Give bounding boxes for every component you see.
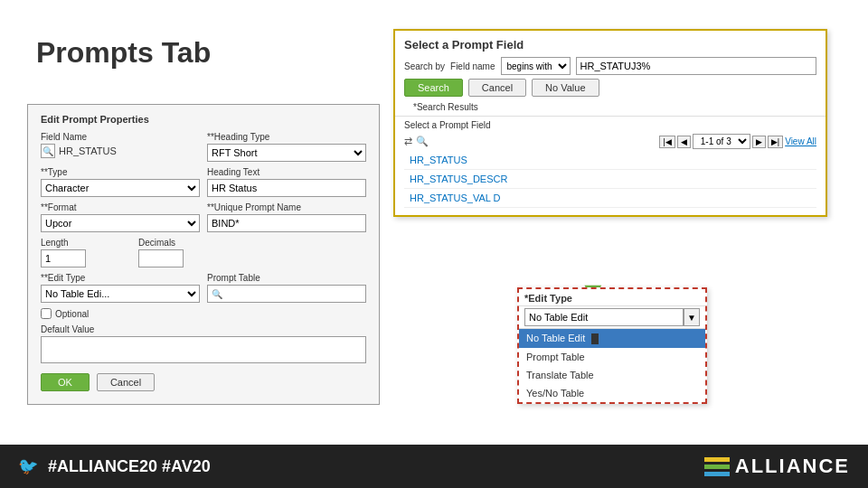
panel-button-row: OK Cancel: [41, 373, 366, 391]
filter-icon[interactable]: ⇄: [404, 136, 412, 147]
cursor-indicator: [591, 333, 599, 344]
edit-panel-title: Edit Prompt Properties: [41, 114, 366, 125]
page-title: Prompts Tab: [36, 36, 211, 70]
field-name-value: HR_STATUS: [59, 145, 117, 156]
bottom-hashtags: 🐦 #ALLIANCE20 #AV20: [18, 456, 211, 476]
unique-prompt-label: *Unique Prompt Name: [207, 202, 366, 212]
default-value-input[interactable]: [41, 336, 366, 363]
search-row: Search by Field name begins with: [404, 57, 816, 75]
edit-type-dropdown-header: *Edit Type: [519, 289, 705, 306]
unique-prompt-input[interactable]: [207, 214, 366, 232]
prompt-dialog-title: Select a Prompt Field: [404, 38, 816, 52]
optional-checkbox[interactable]: [41, 308, 52, 319]
edit-type-select[interactable]: No Table Edi...: [41, 285, 200, 303]
results-table: HR_STATUS HR_STATUS_DESCR HR_STATUS_VAL …: [404, 151, 816, 208]
search-by-label: Search by: [404, 61, 445, 71]
dropdown-option-label: Yes/No Table: [526, 388, 584, 399]
results-toolbar: ⇄ 🔍 |◀ ◀ 1-1 of 3 ▶ ▶| View All: [404, 134, 816, 149]
cancel-dialog-button[interactable]: Cancel: [468, 79, 526, 97]
select-prompt-label: Select a Prompt Field: [404, 120, 816, 130]
alliance-logo: ALLIANCE: [704, 455, 850, 478]
edit-type-label: *Edit Type: [41, 273, 200, 283]
heading-type-select[interactable]: RFT Short: [207, 144, 366, 162]
logo-bar-yellow: [704, 457, 730, 462]
twitter-icon: 🐦: [18, 457, 38, 475]
logo-bar-blue: [704, 472, 730, 476]
cancel-button[interactable]: Cancel: [97, 373, 155, 391]
logo-bar-green: [704, 465, 730, 469]
edit-type-dropdown: *Edit Type ▼ No Table Edit Prompt Table …: [517, 287, 707, 404]
search-results-label: *Search Results: [404, 100, 816, 112]
last-page-btn[interactable]: ▶|: [768, 136, 783, 148]
ok-button[interactable]: OK: [41, 373, 90, 391]
edit-prompt-panel: Edit Prompt Properties Field Name 🔍 HR_S…: [27, 104, 380, 405]
dropdown-option-prompt-table[interactable]: Prompt Table: [519, 348, 705, 366]
prompt-dialog-header: Select a Prompt Field Search by Field na…: [395, 31, 826, 117]
heading-type-label: *Heading Type: [207, 132, 366, 142]
result-value[interactable]: HR_STATUS_DESCR: [404, 170, 816, 189]
search-button[interactable]: Search: [404, 79, 463, 97]
first-page-btn[interactable]: |◀: [659, 136, 675, 148]
table-row[interactable]: HR_STATUS_VAL D: [404, 189, 816, 208]
view-all-link[interactable]: View All: [785, 136, 816, 146]
format-select[interactable]: Upcor: [41, 214, 200, 232]
length-label: Length: [41, 238, 131, 248]
table-row[interactable]: HR_STATUS: [404, 151, 816, 170]
field-name-label: Field name: [450, 61, 495, 71]
prompt-table-field[interactable]: 🔍: [207, 285, 366, 303]
dropdown-option-label: No Table Edit: [526, 333, 585, 343]
edit-type-dropdown-btn[interactable]: ▼: [684, 308, 700, 326]
optional-label: Optional: [55, 309, 89, 319]
logo-bars: [704, 457, 730, 476]
decimals-label: Decimals: [138, 238, 229, 248]
dropdown-option-translate-table[interactable]: Translate Table: [519, 366, 705, 384]
result-value[interactable]: HR_STATUS_VAL D: [404, 189, 816, 208]
prompt-table-input[interactable]: [225, 288, 362, 299]
format-label: *Format: [41, 202, 200, 212]
dialog-btn-row: Search Cancel No Value: [404, 79, 816, 97]
alliance-logo-text: ALLIANCE: [735, 455, 850, 478]
heading-text-label: Heading Text: [207, 167, 366, 177]
next-page-btn[interactable]: ▶: [752, 136, 766, 148]
dropdown-option-no-table-edit[interactable]: No Table Edit: [519, 329, 705, 348]
bottom-bar: 🐦 #ALLIANCE20 #AV20 ALLIANCE: [0, 445, 868, 488]
prompt-dialog: Select a Prompt Field Search by Field na…: [393, 29, 827, 217]
heading-text-input[interactable]: [207, 179, 366, 197]
edit-type-current-row: ▼: [519, 306, 705, 329]
dropdown-option-yes-no-table[interactable]: Yes/No Table: [519, 384, 705, 402]
type-label: *Type: [41, 167, 200, 177]
edit-type-current-input[interactable]: [524, 308, 684, 326]
prompt-table-label: Prompt Table: [207, 273, 366, 283]
dropdown-option-label: Translate Table: [526, 370, 594, 380]
prompt-field-section: Select a Prompt Field ⇄ 🔍 |◀ ◀ 1-1 of 3 …: [395, 117, 826, 215]
type-select[interactable]: Character: [41, 179, 200, 197]
decimals-input[interactable]: [138, 249, 184, 267]
no-value-button[interactable]: No Value: [532, 79, 599, 97]
length-input[interactable]: [41, 249, 86, 267]
field-name-label: Field Name: [41, 132, 200, 142]
pagination: |◀ ◀ 1-1 of 3 ▶ ▶| View All: [659, 134, 816, 149]
page-select[interactable]: 1-1 of 3: [693, 134, 750, 149]
table-row[interactable]: HR_STATUS_DESCR: [404, 170, 816, 189]
result-value[interactable]: HR_STATUS: [404, 151, 816, 170]
dropdown-option-label: Prompt Table: [526, 352, 585, 362]
field-search-icon[interactable]: 🔍: [41, 144, 55, 158]
search-condition-select[interactable]: begins with: [501, 57, 571, 75]
results-search-icon[interactable]: 🔍: [416, 136, 429, 147]
prompt-table-search-icon: 🔍: [212, 289, 222, 299]
hashtags-text: #ALLIANCE20 #AV20: [48, 457, 211, 475]
search-value-input[interactable]: [576, 57, 817, 75]
default-value-label: Default Value: [41, 324, 366, 334]
slide: Prompts Tab Edit Prompt Properties Field…: [0, 0, 868, 488]
prev-page-btn[interactable]: ◀: [677, 136, 691, 148]
